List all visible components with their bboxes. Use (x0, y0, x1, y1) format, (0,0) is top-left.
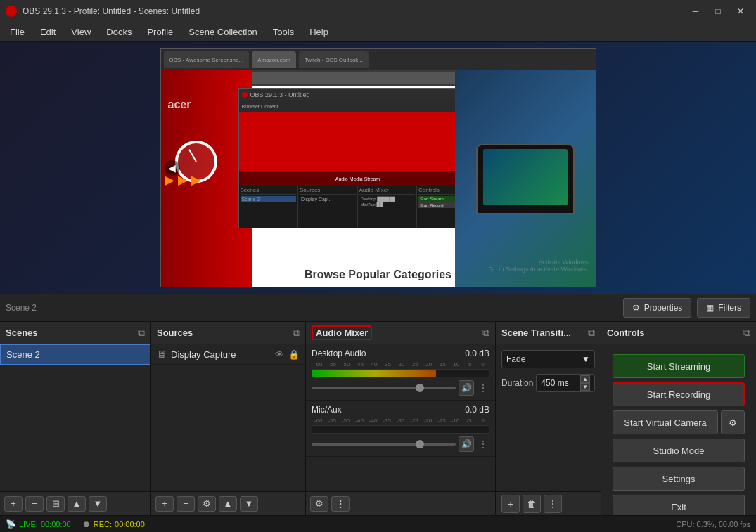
preview-prev-arrow[interactable]: ◀ (165, 160, 180, 176)
scenes-expand-icon[interactable]: ⧉ (138, 327, 145, 339)
mic-tick-13: 0 (476, 417, 489, 424)
mic-tick-5: -40 (366, 417, 380, 424)
transitions-panel-header: Scene Transiti... ⧉ (496, 322, 601, 344)
menu-scene-collection[interactable]: Scene Collection (181, 24, 264, 40)
controls-panel-icons: ⧉ (743, 327, 750, 339)
scenes-down-button[interactable]: ▼ (89, 496, 107, 512)
properties-button[interactable]: ⚙ Properties (623, 298, 692, 318)
transitions-panel-footer: + 🗑 ⋮ (496, 491, 601, 515)
mic-aux-name: Mic/Aux (312, 405, 342, 415)
browser-bar: OBS - Awesome Screensho... Amazon.com Tw… (161, 49, 596, 70)
sources-properties-button[interactable]: ⚙ (198, 496, 216, 512)
mic-tick-11: -10 (449, 417, 462, 424)
mic-aux-mute-button[interactable]: 🔊 (459, 436, 474, 452)
window-controls[interactable]: ─ □ ✕ (686, 4, 750, 18)
mic-tick-1: -60 (312, 417, 325, 424)
controls-expand-icon[interactable]: ⧉ (743, 327, 750, 339)
menu-help[interactable]: Help (302, 24, 335, 40)
transition-add-button[interactable]: + (501, 495, 520, 513)
duration-up-button[interactable]: ▲ (580, 375, 590, 383)
studio-mode-button[interactable]: Studio Mode (613, 439, 745, 462)
close-button[interactable]: ✕ (731, 4, 750, 18)
source-item-display-capture[interactable]: 🖥 Display Capture 👁 🔒 (151, 344, 305, 365)
transition-menu-button[interactable]: ⋮ (544, 495, 562, 513)
title-bar-left: OBS 29.1.3 - Profile: Untitled - Scenes:… (6, 6, 200, 17)
desktop-audio-fader[interactable] (312, 387, 456, 389)
mic-tick-7: -30 (394, 417, 407, 424)
virtual-camera-settings-button[interactable]: ⚙ (721, 410, 745, 434)
mic-aux-controls: 🔊 ⋮ (312, 436, 489, 452)
browser-tab-2: Amazon.com (252, 51, 296, 68)
settings-button[interactable]: Settings (613, 467, 745, 491)
scenes-up-button[interactable]: ▲ (68, 496, 86, 512)
laptop-shape (476, 144, 575, 214)
menu-file[interactable]: File (3, 24, 32, 40)
menu-view[interactable]: View (64, 24, 98, 40)
start-streaming-button[interactable]: Start Streaming (613, 354, 745, 378)
transition-type-value: Fade (506, 354, 525, 364)
sources-add-button[interactable]: + (155, 496, 174, 512)
desktop-audio-menu-button[interactable]: ⋮ (477, 380, 489, 396)
audio-mixer-panel: Audio Mixer ⧉ Desktop Audio 0.0 dB -60 -… (306, 322, 496, 515)
transitions-panel-title: Scene Transiti... (501, 327, 571, 338)
properties-label: Properties (644, 303, 683, 313)
transition-duration-input[interactable]: 450 ms ▲ ▼ (536, 374, 595, 392)
sources-panel-icons: ⧉ (293, 327, 300, 339)
desktop-audio-meter-fill (312, 370, 436, 377)
rec-time: 00:00:00 (115, 520, 145, 528)
menu-docks[interactable]: Docks (99, 24, 139, 40)
tick-10: -15 (435, 361, 448, 368)
tick-8: -25 (407, 361, 421, 368)
exit-button[interactable]: Exit (613, 495, 745, 515)
mic-tick-10: -15 (435, 417, 448, 424)
audio-menu-button[interactable]: ⋮ (331, 496, 350, 512)
preview-content: OBS - Awesome Screensho... Amazon.com Tw… (0, 42, 756, 294)
menu-tools[interactable]: Tools (266, 24, 301, 40)
tick-4: -45 (352, 361, 366, 368)
start-virtual-camera-button[interactable]: Start Virtual Camera (613, 410, 718, 434)
sources-up-button[interactable]: ▲ (219, 496, 237, 512)
desktop-audio-header: Desktop Audio 0.0 dB (312, 349, 489, 358)
sources-remove-button[interactable]: − (177, 496, 195, 512)
minimize-button[interactable]: ─ (686, 4, 705, 18)
mic-aux-fader-thumb[interactable] (416, 440, 424, 448)
filters-button[interactable]: ▦ Filters (697, 298, 750, 318)
transition-duration-row: Duration 450 ms ▲ ▼ (501, 374, 595, 392)
menu-edit[interactable]: Edit (33, 24, 63, 40)
mic-aux-fader[interactable] (312, 443, 456, 446)
no-source-selected: Scene 2 (6, 303, 617, 313)
audio-mixer-expand-icon[interactable]: ⧉ (482, 327, 489, 339)
maximize-button[interactable]: □ (708, 4, 728, 18)
source-lock-button[interactable]: 🔒 (288, 349, 300, 360)
desktop-audio-fader-thumb[interactable] (416, 384, 424, 392)
audio-mixer-panel-header: Audio Mixer ⧉ (306, 322, 495, 344)
transition-remove-button[interactable]: 🗑 (523, 495, 541, 513)
tick-2: -55 (325, 361, 338, 368)
audio-settings-button[interactable]: ⚙ (310, 496, 328, 512)
dock-bar: Scene 2 ⚙ Properties ▦ Filters (0, 294, 756, 322)
app-icon (6, 6, 17, 17)
scenes-remove-button[interactable]: − (25, 496, 44, 512)
activate-watermark: Activate WindowsGo to Settings to activa… (488, 259, 588, 273)
desktop-audio-controls: 🔊 ⋮ (312, 380, 489, 396)
sources-expand-icon[interactable]: ⧉ (293, 327, 300, 339)
mic-aux-menu-button[interactable]: ⋮ (477, 436, 489, 452)
scenes-filter-button[interactable]: ⊞ (46, 496, 65, 512)
audio-mixer-panel-icons: ⧉ (482, 327, 489, 339)
mic-tick-6: -35 (380, 417, 393, 424)
scenes-add-button[interactable]: + (4, 496, 23, 512)
desktop-audio-mute-button[interactable]: 🔊 (459, 380, 474, 396)
preview-area: OBS - Awesome Screensho... Amazon.com Tw… (0, 42, 756, 294)
sources-down-button[interactable]: ▼ (240, 496, 258, 512)
scene-item-scene2[interactable]: Scene 2 (0, 344, 150, 365)
transition-type-select[interactable]: Fade ▼ (501, 350, 595, 368)
menu-profile[interactable]: Profile (140, 24, 180, 40)
duration-spinners: ▲ ▼ (580, 375, 590, 391)
start-recording-button[interactable]: Start Recording (613, 382, 745, 406)
source-visibility-button[interactable]: 👁 (275, 349, 284, 360)
filter-icon: ▦ (706, 303, 714, 313)
duration-down-button[interactable]: ▼ (580, 383, 590, 391)
transitions-expand-icon[interactable]: ⧉ (588, 327, 595, 339)
tick-6: -35 (380, 361, 393, 368)
sources-panel-content: 🖥 Display Capture 👁 🔒 (151, 344, 305, 491)
